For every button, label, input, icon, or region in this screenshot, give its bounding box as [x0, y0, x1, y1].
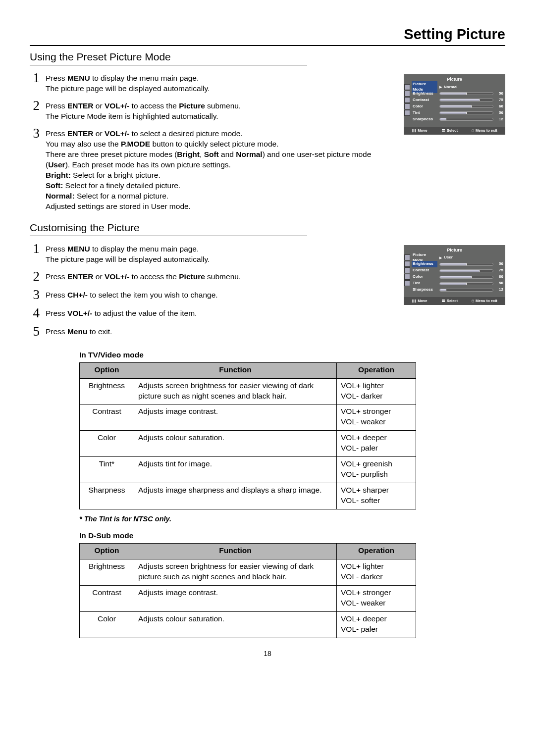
osd-category-icon	[404, 103, 410, 109]
osd-value: 75	[495, 268, 503, 273]
osd-slider	[439, 105, 493, 108]
table-row: SharpnessAdjusts image sharpness and dis…	[80, 483, 416, 509]
table-row: Tint*Adjusts tint for image.VOL+ greenis…	[80, 457, 416, 483]
section2-rule	[30, 236, 307, 236]
tv-options-table: Option Function Operation BrightnessAdju…	[79, 362, 416, 509]
section1-rule	[30, 65, 307, 65]
th-option: Option	[80, 362, 134, 378]
osd-value: 60	[495, 274, 503, 280]
osd-slider	[439, 99, 493, 101]
osd-value: 60	[495, 104, 503, 109]
step-number: 1	[30, 242, 40, 265]
step-body: Press ENTER or VOL+/- to select a desire…	[46, 127, 384, 211]
step-item: 1Press MENU to display the menu main pag…	[30, 242, 384, 265]
osd-value: 50	[495, 261, 503, 267]
step-number: 2	[30, 270, 40, 283]
osd-row-label: Contrast	[412, 267, 437, 274]
osd-slider	[439, 269, 493, 272]
osd-slider	[439, 92, 493, 95]
cell-option: Color	[80, 431, 134, 457]
step-number: 4	[30, 306, 40, 320]
osd-row-label: Color	[412, 103, 437, 110]
osd-foot-select: Select	[441, 299, 458, 303]
osd-foot-move: Move	[412, 128, 427, 133]
cell-function: Adjusts image contrast.	[134, 404, 337, 431]
section2-heading: Customising the Picture	[30, 221, 505, 235]
osd-slider	[439, 111, 493, 114]
osd-row: Sharpness12	[412, 116, 503, 123]
table-row: ContrastAdjusts image contrast.VOL+ stro…	[80, 404, 416, 431]
cell-option: Color	[80, 611, 134, 638]
step-item: 1Press MENU to display the menu main pag…	[30, 71, 384, 94]
step-body: Press MENU to display the menu main page…	[46, 71, 384, 94]
osd-category-icon	[404, 110, 410, 116]
table-row: ColorAdjusts colour saturation.VOL+ deep…	[80, 611, 416, 638]
cell-operation: VOL+ sharperVOL- softer	[337, 483, 416, 509]
th-function: Function	[134, 362, 337, 378]
osd-foot-select: Select	[441, 128, 458, 133]
osd-slider	[439, 263, 493, 266]
osd-slider	[439, 289, 493, 292]
step-body: Press VOL+/- to adjust the value of the …	[46, 306, 384, 320]
osd-row: Picture Mode▶User	[412, 254, 503, 261]
th-operation: Operation	[337, 362, 416, 378]
osd-category-icon	[404, 97, 410, 103]
page-title: Setting Picture	[30, 25, 505, 44]
cell-operation: VOL+ strongerVOL- weaker	[337, 404, 416, 431]
osd-row: Tint50	[412, 280, 503, 287]
table-row: BrightnessAdjusts screen brightness for …	[80, 378, 416, 404]
cell-operation: VOL+ lighterVOL- darker	[337, 378, 416, 404]
page-number: 18	[30, 649, 505, 658]
osd-row: Contrast75	[412, 97, 503, 103]
play-icon: ▶	[439, 85, 442, 89]
osd-value: 12	[495, 117, 503, 122]
osd-foot-exit: Menu to exit	[472, 299, 497, 303]
osd-row: Contrast75	[412, 267, 503, 274]
step-item: 4Press VOL+/- to adjust the value of the…	[30, 306, 384, 320]
cell-option: Brightness	[80, 559, 134, 586]
osd-row-label: Tint	[412, 280, 437, 287]
th-function: Function	[134, 544, 337, 559]
osd-row: Brightness50	[412, 91, 503, 97]
step-body: Press ENTER or VOL+/- to access the Pict…	[46, 99, 384, 122]
th-option: Option	[80, 544, 134, 559]
cell-operation: VOL+ deeperVOL- paler	[337, 611, 416, 638]
section1-steps: 1Press MENU to display the menu main pag…	[30, 71, 384, 211]
table-row: ContrastAdjusts image contrast.VOL+ stro…	[80, 586, 416, 612]
cell-operation: VOL+ greenishVOL- purplish	[337, 457, 416, 483]
table-row: ColorAdjusts colour saturation.VOL+ deep…	[80, 431, 416, 457]
cell-option: Contrast	[80, 586, 134, 612]
step-item: 5Press Menu to exit.	[30, 325, 384, 338]
osd-mode-value: User	[444, 255, 464, 260]
cell-function: Adjusts tint for image.	[134, 457, 337, 483]
cell-operation: VOL+ lighterVOL- darker	[337, 559, 416, 586]
osd-category-icon	[404, 261, 410, 267]
osd-row-label: Color	[412, 274, 437, 280]
section2-steps: 1Press MENU to display the menu main pag…	[30, 242, 384, 338]
cell-function: Adjusts screen brightness for easier vie…	[134, 559, 337, 586]
step-number: 3	[30, 288, 40, 302]
step-number: 1	[30, 71, 40, 94]
osd-row-label: Brightness	[412, 91, 437, 97]
osd-row: Picture Mode▶Normal	[412, 84, 503, 91]
osd-category-icon	[404, 84, 410, 90]
cell-function: Adjusts colour saturation.	[134, 431, 337, 457]
osd-slider	[439, 118, 493, 121]
osd-footer: MoveSelectMenu to exit	[404, 297, 505, 305]
cell-function: Adjusts colour saturation.	[134, 611, 337, 638]
step-item: 2Press ENTER or VOL+/- to access the Pic…	[30, 270, 384, 283]
osd-mode-value: Normal	[444, 85, 464, 90]
step-body: Press Menu to exit.	[46, 325, 384, 338]
tint-note: * The Tint is for NTSC only.	[79, 514, 505, 524]
osd-category-icon	[404, 280, 410, 286]
cell-function: Adjusts screen brightness for easier vie…	[134, 378, 337, 404]
cell-function: Adjusts image sharpness and displays a s…	[134, 483, 337, 509]
osd-category-icon	[404, 274, 410, 280]
osd-row-label: Sharpness	[412, 116, 437, 123]
th-operation: Operation	[337, 544, 416, 559]
step-number: 3	[30, 127, 40, 211]
dsub-mode-label: In D-Sub mode	[79, 531, 505, 541]
osd-slider	[439, 276, 493, 279]
osd-row: Sharpness12	[412, 287, 503, 293]
osd-row-label: Contrast	[412, 97, 437, 103]
